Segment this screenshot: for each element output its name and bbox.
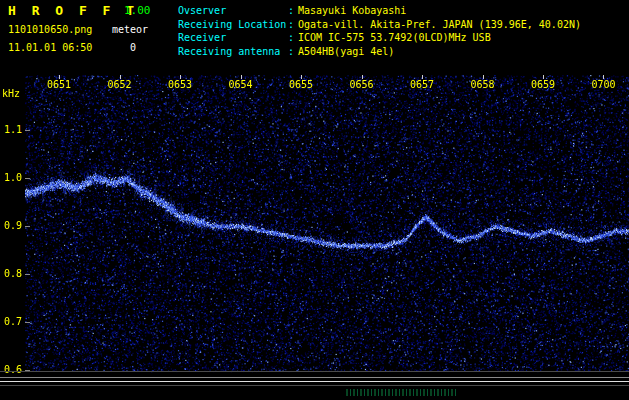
info-row-observer: Ovserver:Masayuki Kobayashi	[178, 4, 581, 18]
spectrogram-canvas	[25, 75, 629, 400]
freq-tick-mark	[25, 178, 30, 179]
app-title: H R O F F T	[8, 3, 138, 18]
time-tick-label: 0656	[348, 79, 376, 90]
y-axis-unit-label: kHz	[2, 88, 20, 99]
info-separator: :	[288, 45, 298, 59]
footer-partial-text	[346, 389, 458, 396]
signal-strip-gridline	[0, 381, 629, 382]
info-row-receiver: Receiver:ICOM IC-575 53.7492(0LCD)MHz US…	[178, 31, 581, 45]
freq-tick-mark	[25, 226, 30, 227]
info-label: Receiving Location	[178, 18, 288, 32]
info-row-antenna: Receiving antenna:A504HB(yagi 4el)	[178, 45, 581, 59]
info-value: Masayuki Kobayashi	[298, 5, 406, 16]
hrofft-spectrogram-screen: H R O F F T 1.00 1101010650.png meteor 1…	[0, 0, 629, 400]
info-value: Ogata-vill. Akita-Pref. JAPAN (139.96E, …	[298, 19, 581, 30]
time-tick-label: 0658	[469, 79, 497, 90]
freq-tick-mark	[25, 322, 30, 323]
info-label: Receiver	[178, 31, 288, 45]
info-label: Receiving antenna	[178, 45, 288, 59]
time-tick-label: 0653	[166, 79, 194, 90]
signal-strip-gridline	[0, 371, 629, 372]
info-separator: :	[288, 4, 298, 18]
info-separator: :	[288, 31, 298, 45]
capture-datetime: 11.01.01 06:50	[8, 42, 92, 53]
info-separator: :	[288, 18, 298, 32]
freq-tick-label: 1.0	[2, 172, 22, 183]
freq-tick-label: 0.6	[2, 364, 22, 375]
signal-strip-gridline	[0, 377, 629, 378]
freq-tick-label: 0.7	[2, 316, 22, 327]
info-label: Ovserver	[178, 4, 288, 18]
station-info-block: Ovserver:Masayuki Kobayashi Receiving Lo…	[178, 4, 581, 58]
info-value: ICOM IC-575 53.7492(0LCD)MHz USB	[298, 32, 491, 43]
freq-tick-mark	[25, 130, 30, 131]
output-filename: 1101010650.png	[8, 24, 92, 35]
signal-strip-gridline	[0, 385, 629, 386]
info-row-location: Receiving Location:Ogata-vill. Akita-Pre…	[178, 18, 581, 32]
freq-tick-label: 0.8	[2, 268, 22, 279]
time-tick-label: 0651	[45, 79, 73, 90]
freq-tick-mark	[25, 274, 30, 275]
time-tick-label: 0700	[590, 79, 618, 90]
time-tick-label: 0657	[408, 79, 436, 90]
time-tick-label: 0655	[287, 79, 315, 90]
info-value: A504HB(yagi 4el)	[298, 46, 394, 57]
meteor-count: 0	[130, 42, 136, 53]
time-tick-label: 0654	[227, 79, 255, 90]
freq-tick-label: 1.1	[2, 124, 22, 135]
freq-tick-label: 0.9	[2, 220, 22, 231]
meteor-mode-label: meteor	[112, 24, 148, 35]
time-tick-label: 0659	[529, 79, 557, 90]
app-version: 1.00	[124, 4, 151, 17]
time-tick-label: 0652	[106, 79, 134, 90]
